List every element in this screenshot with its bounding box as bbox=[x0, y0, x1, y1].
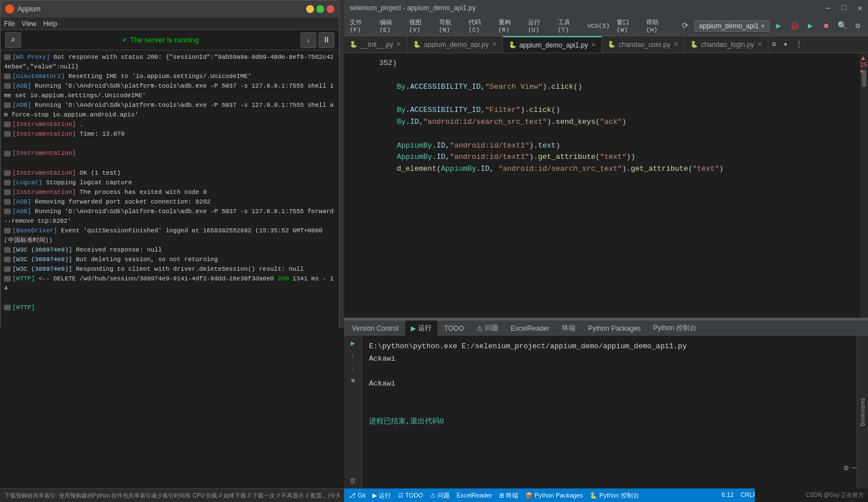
code-line: By.ACCESSIBILITY_ID,"Search View").click… bbox=[379, 81, 853, 93]
ide-close-btn[interactable]: ✕ bbox=[858, 3, 862, 13]
ide-run-btn[interactable]: ▶ bbox=[772, 19, 785, 33]
bottom-tab-todo[interactable]: TODO bbox=[439, 321, 469, 336]
run-status-label: 运行 bbox=[379, 491, 391, 500]
ide-stop-btn[interactable]: ■ bbox=[819, 19, 833, 33]
appium-toolbar: ⌕ ✔ The server is running ↓ ⏸ bbox=[1, 30, 339, 50]
tab-chandao-login-close[interactable]: ✕ bbox=[757, 41, 762, 48]
terminal-gutter: ▶ ↑ ↓ ■ 🗑 bbox=[344, 336, 362, 488]
ide-debug-btn[interactable]: 🐞 bbox=[788, 19, 801, 33]
status-python-packages[interactable]: 📦 Python Packages bbox=[525, 492, 583, 499]
log-line: [ADB] Running 'D:\Android\Sdk\platform-t… bbox=[4, 81, 336, 101]
notification-bar: 下载预购链共享索引: 使用预购建的Python 软件包共享索引减少索引时间和 C… bbox=[0, 488, 344, 502]
excel-label: ExcelReader bbox=[457, 492, 492, 499]
panel-settings-btn[interactable]: ⚙ bbox=[844, 463, 848, 473]
tab-chandao-login-icon: 🐍 bbox=[690, 41, 698, 48]
gutter-arrow-up-icon[interactable]: ↑ bbox=[351, 352, 355, 360]
log-line: [W3C (308974e9)] Received response: null bbox=[4, 245, 336, 255]
terminal-status-icon: ⊞ bbox=[499, 492, 504, 499]
code-line: d_element(AppiumBy.ID, "android:id/searc… bbox=[379, 163, 853, 175]
gutter-run-icon[interactable]: ▶ bbox=[351, 339, 355, 348]
log-line: [ADB] Removing forwarded port socket con… bbox=[4, 197, 336, 207]
tab-init-close[interactable]: ✕ bbox=[396, 41, 401, 48]
log-line: [Logcat] Stopping logcat capture bbox=[4, 178, 336, 188]
tab-chandao-user-close[interactable]: ✕ bbox=[673, 41, 678, 48]
ide-menu-run-btn[interactable]: 运行(U) bbox=[526, 19, 553, 33]
ide-titlebar: selenium_project - appium_demo_api1.py —… bbox=[344, 0, 868, 16]
bottom-tab-excel[interactable]: ExcelReader bbox=[505, 321, 556, 336]
bottom-tab-python-packages[interactable]: Python Packages bbox=[582, 321, 646, 336]
problems-status-icon: ⚠ bbox=[430, 492, 436, 499]
bottom-tab-problems[interactable]: ⚠ 问题 bbox=[471, 321, 504, 336]
ide-menu-file-btn[interactable]: 文件(F) bbox=[347, 19, 375, 33]
tab-init[interactable]: 🐍 __init__.py ✕ bbox=[344, 36, 407, 53]
project-selector-label: appium_demo_api1 bbox=[699, 22, 759, 30]
appium-titlebar: Appium bbox=[1, 1, 339, 18]
bottom-tab-run-label: 运行 bbox=[418, 323, 432, 333]
appium-menubar: File View Help bbox=[1, 18, 339, 30]
bottom-tab-version-control[interactable]: Version Control bbox=[346, 321, 404, 336]
status-problems[interactable]: ⚠ 问题 bbox=[430, 491, 450, 500]
ide-search-btn[interactable]: 🔍 bbox=[835, 19, 849, 33]
appium-menu-help[interactable]: Help bbox=[43, 20, 57, 28]
ide-menu-tools-btn[interactable]: 工具(T) bbox=[556, 19, 583, 33]
terminal-output-line2: Ackawi bbox=[369, 378, 850, 390]
status-excel[interactable]: ExcelReader bbox=[457, 492, 492, 499]
ide-settings-btn[interactable]: ⚙ bbox=[851, 19, 865, 33]
ide-minimize-btn[interactable]: — bbox=[826, 3, 830, 13]
ide-git-btn[interactable]: ⟳ bbox=[678, 19, 692, 33]
terminal-blank2 bbox=[369, 390, 850, 403]
ide-right-scrollbar[interactable]: ▲ 15 ▾ bbox=[860, 53, 868, 318]
log-line: [Instrumentation] Time: 13.079 bbox=[4, 129, 336, 139]
appium-minimize-btn[interactable] bbox=[306, 5, 314, 13]
ide-run-coverage-btn[interactable]: ▶ bbox=[803, 19, 817, 33]
ide-menu-refactor-btn[interactable]: 重构(R) bbox=[496, 19, 524, 33]
terminal-area: ▶ ↑ ↓ ■ 🗑 E:\python\python.exe E:/seleni… bbox=[344, 336, 868, 488]
status-run[interactable]: ▶ 运行 bbox=[372, 491, 391, 500]
gutter-stop-icon[interactable]: ■ bbox=[351, 377, 355, 385]
appium-pause-btn[interactable]: ⏸ bbox=[319, 32, 334, 48]
tab-scroll-btn[interactable]: ▾ bbox=[780, 40, 791, 49]
tab-options-btn[interactable]: ⋮ bbox=[792, 40, 806, 49]
appium-maximize-btn[interactable] bbox=[316, 5, 324, 13]
ide-menu-window-btn[interactable]: 窗口(W) bbox=[615, 19, 642, 33]
tab-chandao-login[interactable]: 🐍 chandao_login.py ✕ bbox=[685, 36, 768, 53]
tab-more-btn[interactable]: ≡ bbox=[768, 40, 780, 49]
ide-maximize-btn[interactable]: □ bbox=[841, 3, 846, 13]
appium-menu-view[interactable]: View bbox=[22, 20, 36, 28]
bottom-tab-terminal-label: 终端 bbox=[562, 323, 575, 333]
status-todo[interactable]: ☑ TODO bbox=[398, 492, 423, 499]
bottom-tab-python-console[interactable]: Python 控制台 bbox=[648, 321, 703, 336]
status-terminal[interactable]: ⊞ 终端 bbox=[499, 491, 518, 500]
ide-menu-vcs-btn[interactable]: VCS(S) bbox=[585, 19, 612, 33]
bottom-tab-terminal[interactable]: 终端 bbox=[556, 321, 581, 336]
appium-menu-file[interactable]: File bbox=[4, 20, 15, 28]
terminal-output[interactable]: E:\python\python.exe E:/selenium_project… bbox=[362, 336, 857, 488]
appium-close-btn[interactable] bbox=[326, 5, 334, 13]
appium-search-btn[interactable]: ⌕ bbox=[5, 32, 21, 48]
tab-chandao-user[interactable]: 🐍 chandao_user.py ✕ bbox=[602, 36, 684, 53]
ide-menu-view-btn[interactable]: 视图(V) bbox=[407, 19, 435, 33]
appium-app-icon bbox=[5, 5, 14, 14]
window-divider[interactable] bbox=[340, 0, 344, 328]
ide-menu-help-btn[interactable]: 帮助(H) bbox=[644, 19, 672, 33]
line-numbers bbox=[344, 53, 372, 318]
log-line: [HTTP] <-- DELETE /wd/hub/session/308974… bbox=[4, 274, 336, 293]
gutter-arrow-down-icon[interactable]: ↓ bbox=[351, 365, 355, 373]
gutter-trash-icon[interactable]: 🗑 bbox=[350, 477, 356, 485]
ide-main-toolbar: 文件(F) 编辑(E) 视图(V) 导航(N) 代码(C) 重构(R) 运行(U… bbox=[344, 16, 868, 36]
status-git[interactable]: ⎇ Git bbox=[349, 492, 366, 499]
ide-menu-code-btn[interactable]: 代码(C) bbox=[466, 19, 494, 33]
bottom-tab-run[interactable]: ▶ 运行 bbox=[405, 321, 437, 336]
tab-api[interactable]: 🐍 appium_demo_api.py ✕ bbox=[407, 36, 503, 53]
code-content[interactable]: 352) By.ACCESSIBILITY_ID,"Search View").… bbox=[372, 53, 860, 318]
appium-download-btn[interactable]: ↓ bbox=[300, 32, 316, 48]
ide-code-region: 352) By.ACCESSIBILITY_ID,"Search View").… bbox=[344, 53, 868, 318]
project-selector[interactable]: appium_demo_api1 ▾ bbox=[694, 20, 770, 32]
tab-api1[interactable]: 🐍 appium_demo_api1.py ✕ bbox=[503, 36, 602, 53]
ide-menu-nav-btn[interactable]: 导航(N) bbox=[437, 19, 465, 33]
status-python-console[interactable]: 🐍 Python 控制台 bbox=[590, 491, 639, 500]
ide-menu-edit-btn[interactable]: 编辑(E) bbox=[377, 19, 405, 33]
tab-api1-close[interactable]: ✕ bbox=[591, 41, 596, 49]
panel-close-btn[interactable]: — bbox=[852, 463, 857, 473]
tab-api-close[interactable]: ✕ bbox=[492, 41, 497, 48]
